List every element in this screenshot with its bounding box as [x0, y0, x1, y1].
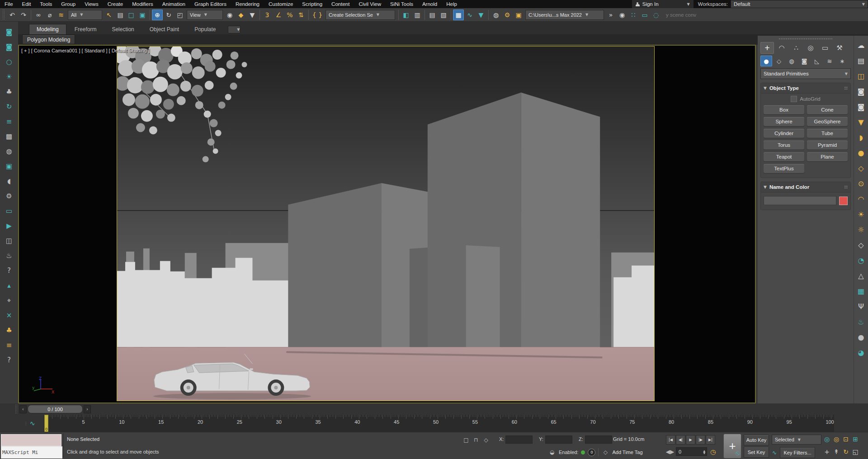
menu-item[interactable]: Help [442, 0, 462, 8]
object-type-button[interactable]: Cone [807, 105, 848, 114]
sini-viewport-layout-icon[interactable]: ◫ [3, 235, 15, 247]
absolute-offset-icon[interactable]: ◇ [482, 436, 490, 444]
zoom-extents-icon[interactable]: ⊡ [842, 435, 850, 443]
hierarchy-tab[interactable]: ∴ [789, 42, 803, 54]
sini-prune-icon[interactable]: × [3, 309, 15, 321]
sini-trees-icon[interactable]: ♣ [3, 86, 15, 98]
set-key-button[interactable]: Set Key [744, 447, 769, 458]
panel-drag-handle[interactable] [778, 38, 833, 40]
sini-camera-add-icon[interactable]: ◙ [3, 41, 15, 53]
corona-sphere-light-icon[interactable]: ● [855, 147, 867, 159]
walkthrough-icon[interactable]: ↟ [832, 448, 840, 456]
sini-transform-icon[interactable]: ▴ [3, 280, 15, 291]
go-end-icon[interactable]: ▶| [706, 435, 715, 445]
corona-lightmix-icon[interactable]: ◫ [855, 70, 867, 82]
animate-enabled-icon[interactable]: ◒ [548, 448, 556, 456]
trackbar-drag-handle[interactable] [15, 404, 18, 414]
y-coordinate-field[interactable] [545, 436, 572, 444]
cameras-category[interactable]: ◙ [798, 56, 810, 66]
object-type-button[interactable]: GeoSphere [807, 117, 848, 126]
time-slider-playhead[interactable]: 0 [44, 415, 48, 432]
ribbon-tab[interactable]: Object Paint [142, 24, 186, 34]
spacewarps-category[interactable]: ≋ [824, 56, 835, 66]
modify-tab[interactable]: ◠ [775, 42, 788, 54]
sini-camera-icon[interactable]: ◙ [3, 26, 15, 38]
menu-item[interactable]: Create [103, 0, 128, 8]
rendered-frame-icon[interactable]: ▣ [513, 9, 524, 20]
frame-counter[interactable]: 0 / 100 [28, 405, 83, 413]
menu-item[interactable]: Tools [35, 0, 57, 8]
corona-geodesic-icon[interactable]: ◇ [855, 162, 867, 174]
corona-panel-icon[interactable]: ▦ [855, 285, 867, 297]
named-selection-dropdown[interactable]: Create Selection Se▼ [326, 10, 395, 20]
selection-lock-icon[interactable]: ⊓ [472, 436, 480, 444]
add-time-tag[interactable]: Add Time Tag [612, 450, 642, 455]
reference-coordinate-dropdown[interactable]: View▼ [187, 10, 223, 20]
sini-player-icon[interactable]: ▶ [3, 220, 15, 232]
current-frame-field[interactable]: 0▲▼ [676, 447, 707, 456]
sini-tree-card-icon[interactable]: ▩ [3, 131, 15, 142]
zoom-icon[interactable]: ◎ [823, 435, 831, 443]
prev-frame-button[interactable]: ‹ [19, 405, 27, 413]
menu-item[interactable]: Group [57, 0, 80, 8]
systems-category[interactable]: ∗ [836, 56, 848, 66]
project-folder-dropdown[interactable]: C:\Users\u...s Max 2022▼ [525, 10, 604, 20]
mini-curve-editor-toggle[interactable]: ⋮ ∿ [15, 415, 44, 432]
menu-item[interactable]: File [0, 0, 18, 8]
maxscript-mini-listener-pink[interactable] [1, 434, 61, 446]
arnold-icon[interactable]: ◉ [617, 9, 627, 20]
render-safe-frame[interactable] [117, 46, 655, 401]
corona-softbox-icon[interactable]: ◠ [855, 193, 867, 205]
menu-item[interactable]: Rendering [231, 0, 264, 8]
next-frame-icon[interactable]: |▶ [696, 435, 705, 445]
menu-item[interactable]: Graph Editors [190, 0, 231, 8]
sini-pivot-icon[interactable]: ⌖ [3, 295, 15, 306]
menu-item[interactable]: Content [327, 0, 354, 8]
snap-toggle-3d-icon[interactable]: 3 [262, 9, 273, 20]
sini-palette-icon[interactable]: ◖ [3, 175, 15, 187]
object-type-button[interactable]: Tube [807, 129, 848, 138]
menu-item[interactable]: Views [80, 0, 103, 8]
menu-item[interactable]: Customize [264, 0, 297, 8]
create-tab[interactable]: + [760, 42, 774, 54]
corona-camera-screen-icon[interactable]: ◙ [855, 85, 867, 97]
sini-forest-icon[interactable]: ♣ [3, 324, 15, 336]
object-type-button[interactable]: Cylinder [764, 129, 804, 138]
enabled-count-badge[interactable]: 0 [588, 449, 595, 456]
corona-materials-icon[interactable]: ◕ [855, 347, 867, 358]
viewport-label[interactable]: [ + ] [ Corona Camera001 ] [ Standard ] … [21, 48, 150, 53]
material-editor-icon[interactable]: ◍ [491, 9, 501, 20]
x-coordinate-field[interactable] [505, 436, 533, 444]
prev-frame-icon[interactable]: ◀| [676, 435, 685, 445]
utilities-tab[interactable]: ⚒ [833, 42, 846, 54]
go-start-icon[interactable]: |◀ [666, 435, 675, 445]
corona-sun-rays-icon[interactable]: ☼ [855, 224, 867, 235]
undo-icon[interactable]: ↶ [7, 9, 18, 20]
menu-item[interactable]: Civil View [354, 0, 386, 8]
sini-scatter-icon[interactable]: ↻ [3, 101, 15, 112]
corona-dome-light-icon[interactable]: ◗ [855, 131, 867, 143]
next-frame-button[interactable]: › [84, 405, 91, 413]
time-tag-icon[interactable]: ◇ [601, 448, 609, 456]
orbit-icon[interactable]: ↻ [842, 448, 850, 456]
primitives-dropdown[interactable]: Standard Primitives▼ [760, 68, 851, 79]
bind-spacewarp-icon[interactable]: ≋ [56, 9, 66, 20]
link-icon[interactable]: ∞ [33, 9, 44, 20]
sini-about-icon[interactable]: ? [3, 354, 15, 366]
object-type-button[interactable]: Torus [764, 141, 804, 150]
corona-slicer-icon[interactable]: ◔ [855, 254, 867, 266]
use-pivot-center-icon[interactable]: ◉ [224, 9, 235, 20]
autogrid-checkbox[interactable] [791, 96, 797, 102]
edit-named-selections-icon[interactable]: { } [311, 9, 324, 20]
isolate-selection-icon[interactable]: ∷ [628, 9, 639, 20]
time-ruler[interactable]: 0510152025303540455055606570758085909510… [44, 415, 834, 432]
sini-light-rig-icon[interactable]: ⚙ [3, 190, 15, 202]
camera-viewport[interactable]: [ + ] [ Corona Camera001 ] [ Standard ] … [18, 45, 756, 403]
select-manipulate-icon[interactable]: ◆ [236, 9, 246, 20]
helpers-category[interactable]: ◺ [811, 56, 823, 66]
ribbon-tab[interactable]: Freeform [67, 24, 104, 34]
shapes-category[interactable]: ◇ [773, 56, 785, 66]
scene-explorer-icon[interactable]: ▤ [427, 9, 438, 20]
corona-disc-light-icon[interactable]: ⊙ [855, 178, 867, 189]
zoom-all-icon[interactable]: ◎ [832, 435, 840, 443]
